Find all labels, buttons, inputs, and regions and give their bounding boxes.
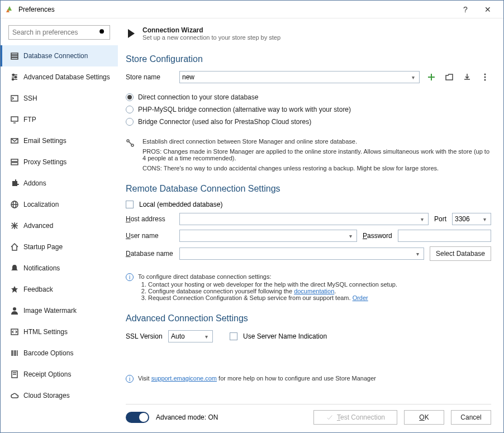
- monitor-icon: [10, 115, 19, 124]
- sidebar-item-feedback[interactable]: Feedback: [1, 279, 118, 300]
- chevron-down-icon: ▾: [347, 233, 354, 239]
- host-address-input[interactable]: ▾: [179, 213, 429, 225]
- password-label: Password: [363, 232, 392, 240]
- sidebar-item-email-settings[interactable]: Email Settings: [1, 130, 118, 151]
- svg-point-24: [13, 307, 16, 311]
- wizard-subtitle: Set up a new connection to your store st…: [142, 34, 280, 41]
- select-database-button[interactable]: Select Database: [430, 246, 491, 261]
- test-connection-button[interactable]: Test Connection: [313, 410, 397, 425]
- svg-point-40: [131, 144, 134, 146]
- receipt-icon: [10, 370, 19, 379]
- sidebar-item-label: Localization: [23, 201, 59, 208]
- sidebar-item-startup-page[interactable]: Startup Page: [1, 236, 118, 258]
- sidebar-item-label: Barcode Options: [23, 349, 73, 357]
- add-store-button[interactable]: [425, 71, 438, 83]
- cancel-button[interactable]: Cancel: [451, 410, 491, 425]
- radio-bridge-connection[interactable]: PHP-MySQL bridge connection (alternative…: [126, 103, 491, 116]
- radio-bridge-connector[interactable]: Bridge Connector (used also for PrestaSh…: [126, 116, 491, 128]
- user-name-input[interactable]: ▾: [179, 230, 357, 242]
- sidebar-item-html-settings[interactable]: HTML Settings: [1, 321, 118, 342]
- close-button[interactable]: ✕: [477, 1, 499, 18]
- svg-point-38: [484, 79, 486, 81]
- svg-point-0: [99, 29, 104, 34]
- radio-icon: [126, 106, 134, 113]
- password-input[interactable]: [398, 230, 491, 242]
- search-input[interactable]: [12, 28, 98, 36]
- advanced-mode-label: Advanced mode: ON: [156, 413, 218, 421]
- sidebar-item-proxy-settings[interactable]: Proxy Settings: [1, 151, 118, 173]
- ok-button[interactable]: OK: [404, 410, 444, 425]
- sidebar-item-ssh[interactable]: SSH: [1, 88, 118, 109]
- advanced-mode-toggle[interactable]: [126, 412, 149, 423]
- connection-wizard-row[interactable]: Connection Wizard Set up a new connectio…: [126, 26, 491, 41]
- sidebar-item-notifications[interactable]: Notifications: [1, 258, 118, 279]
- sidebar-item-ftp[interactable]: FTP: [1, 109, 118, 130]
- config-step-3: Request Connection Configuration & Setup…: [148, 294, 397, 301]
- host-address-label: Host address: [126, 215, 174, 223]
- svg-rect-15: [11, 159, 18, 161]
- sidebar-item-label: Email Settings: [23, 137, 66, 145]
- sidebar-item-barcode-options[interactable]: Barcode Options: [1, 342, 118, 364]
- chevron-down-icon: ▾: [481, 216, 488, 222]
- wizard-title: Connection Wizard: [142, 26, 280, 34]
- support-link[interactable]: support.emagicone.com: [151, 375, 217, 382]
- terminal-icon: [10, 94, 19, 103]
- sidebar: Database Connection Advanced Database Se…: [1, 18, 118, 432]
- chevron-down-icon: ▾: [414, 251, 421, 257]
- remote-db-heading: Remote Database Connection Settings: [126, 184, 491, 194]
- server-icon: [10, 158, 19, 166]
- globe-icon: [10, 200, 19, 209]
- sidebar-item-image-watermark[interactable]: Image Watermark: [1, 300, 118, 321]
- sidebar-item-label: SSH: [23, 94, 37, 102]
- radio-direct-connection[interactable]: Direct connection to your store database: [126, 91, 491, 103]
- database-name-input[interactable]: ▾: [179, 248, 424, 260]
- chevron-down-icon: ▾: [419, 216, 426, 222]
- documentation-link[interactable]: documentation: [294, 288, 334, 294]
- store-name-combo[interactable]: new ▾: [179, 71, 420, 83]
- barcode-icon: [10, 349, 19, 358]
- sidebar-item-label: HTML Settings: [23, 328, 68, 336]
- config-step-2: Configure database connection yourself f…: [148, 288, 397, 294]
- support-text: Visit support.emagicone.com for more hel…: [138, 375, 376, 383]
- svg-point-8: [13, 74, 15, 76]
- sidebar-item-label: Cloud Storages: [23, 392, 70, 399]
- sni-label: Use Server Name Indication: [243, 332, 327, 340]
- svg-rect-11: [11, 96, 18, 101]
- sidebar-item-addons[interactable]: Addons: [1, 173, 118, 194]
- window-title: Preferences: [18, 6, 454, 13]
- ssl-version-label: SSL Version: [126, 332, 163, 340]
- order-link[interactable]: Order: [353, 294, 368, 301]
- sidebar-item-cloud-storages[interactable]: Cloud Storages: [1, 385, 118, 406]
- search-icon: [98, 28, 106, 37]
- database-name-label: Database name: [126, 250, 174, 258]
- local-db-checkbox-row[interactable]: Local (embedded database): [126, 201, 491, 208]
- port-label: Port: [434, 215, 446, 223]
- open-store-button[interactable]: [443, 71, 455, 83]
- svg-rect-12: [11, 117, 18, 121]
- help-button[interactable]: ?: [454, 1, 477, 18]
- sidebar-item-advanced-database-settings[interactable]: Advanced Database Settings: [1, 66, 118, 88]
- port-input[interactable]: 3306▾: [452, 213, 491, 225]
- more-actions-button[interactable]: [479, 71, 491, 83]
- sidebar-item-label: Startup Page: [23, 243, 63, 251]
- bell-icon: [10, 264, 19, 273]
- content-panel: Connection Wizard Set up a new connectio…: [118, 18, 503, 432]
- sidebar-item-label: Notifications: [23, 264, 60, 272]
- sni-checkbox[interactable]: [230, 332, 237, 340]
- sidebar-item-advanced[interactable]: Advanced: [1, 215, 118, 236]
- svg-point-37: [484, 77, 486, 78]
- sidebar-item-label: Advanced Database Settings: [23, 73, 110, 81]
- sidebar-item-label: Feedback: [23, 286, 53, 293]
- import-store-button[interactable]: [461, 71, 473, 83]
- search-box[interactable]: [8, 25, 110, 40]
- cloud-icon: [10, 391, 19, 400]
- svg-rect-2: [11, 53, 18, 55]
- ssl-version-combo[interactable]: Auto▾: [168, 330, 213, 342]
- sidebar-item-label: Advanced: [23, 222, 53, 230]
- connection-desc: Establish direct connection between Stor…: [142, 138, 491, 145]
- store-name-value: new: [182, 73, 194, 81]
- sidebar-item-localization[interactable]: Localization: [1, 194, 118, 215]
- sidebar-item-receipt-options[interactable]: Receipt Options: [1, 364, 118, 385]
- sidebar-item-database-connection[interactable]: Database Connection: [1, 45, 118, 66]
- sidebar-item-label: Addons: [23, 179, 46, 187]
